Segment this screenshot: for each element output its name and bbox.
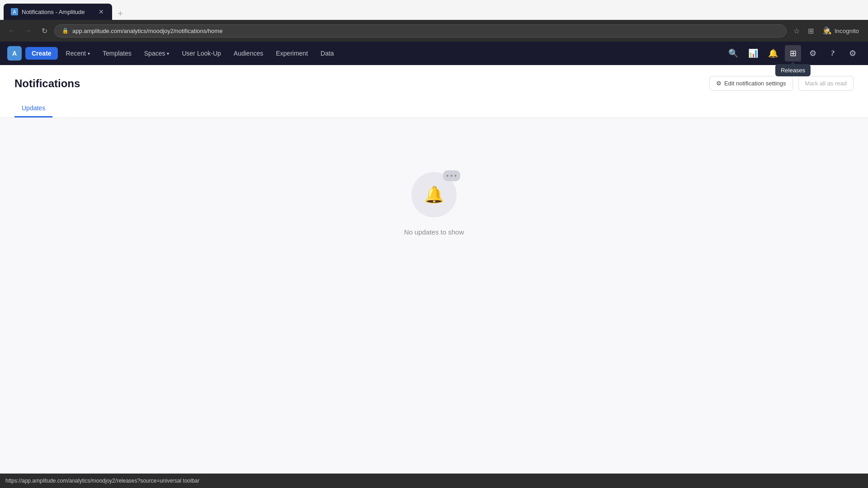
incognito-icon: 🕵 bbox=[823, 26, 832, 35]
nav-item-spaces[interactable]: Spaces ▾ bbox=[140, 47, 174, 60]
browser-chrome: A Notifications - Amplitude ✕ + ← → ↻ 🔒 … bbox=[0, 0, 868, 42]
browser-nav: ← → ↻ 🔒 app.amplitude.com/analytics/mood… bbox=[0, 20, 868, 42]
empty-state-text: No updates to show bbox=[404, 228, 464, 236]
nav-item-templates[interactable]: Templates bbox=[98, 47, 136, 60]
create-button[interactable]: Create bbox=[25, 47, 58, 60]
status-bar: https://app.amplitude.com/analytics/mood… bbox=[0, 474, 868, 488]
page-title-row: Notifications ⚙ Edit notification settin… bbox=[14, 76, 854, 91]
active-tab[interactable]: A Notifications - Amplitude ✕ bbox=[4, 4, 112, 20]
integrations-button[interactable]: ⚙ bbox=[805, 45, 821, 61]
page-title: Notifications bbox=[14, 77, 80, 90]
url-bar[interactable]: 🔒 app.amplitude.com/analytics/moodjoy2/n… bbox=[54, 24, 787, 38]
tab-bar: A Notifications - Amplitude ✕ + bbox=[0, 0, 868, 20]
back-button[interactable]: ← bbox=[5, 24, 18, 37]
top-nav: A Create Recent ▾ Templates Spaces ▾ Use… bbox=[0, 42, 868, 65]
search-icon: 🔍 bbox=[728, 48, 738, 58]
empty-state: 🔔 • • • No updates to show bbox=[0, 118, 868, 290]
page-header: Notifications ⚙ Edit notification settin… bbox=[0, 65, 868, 118]
settings-button[interactable]: ⚙ bbox=[844, 45, 861, 61]
settings-icon: ⚙ bbox=[849, 48, 856, 58]
new-tab-button[interactable]: + bbox=[114, 7, 127, 20]
reload-button[interactable]: ↻ bbox=[38, 24, 51, 37]
app: A Create Recent ▾ Templates Spaces ▾ Use… bbox=[0, 42, 868, 474]
chart-button[interactable]: 📊 bbox=[745, 45, 761, 61]
forward-button[interactable]: → bbox=[22, 24, 34, 37]
tab-close-button[interactable]: ✕ bbox=[98, 8, 105, 15]
nav-item-audiences[interactable]: Audiences bbox=[229, 47, 268, 60]
releases-tooltip-wrapper: ⊞ Releases bbox=[785, 45, 801, 61]
amplitude-logo[interactable]: A bbox=[7, 46, 22, 61]
chevron-down-icon: ▾ bbox=[167, 51, 169, 56]
page-actions: ⚙ Edit notification settings Mark all as… bbox=[709, 76, 854, 91]
mark-all-read-button[interactable]: Mark all as read bbox=[798, 76, 854, 91]
empty-icon-wrapper: 🔔 • • • bbox=[411, 172, 457, 217]
tab-updates[interactable]: Updates bbox=[14, 100, 52, 117]
incognito-button[interactable]: 🕵 Incognito bbox=[819, 24, 863, 37]
url-lock-icon: 🔒 bbox=[62, 28, 69, 34]
status-url: https://app.amplitude.com/analytics/mood… bbox=[5, 478, 199, 484]
releases-button[interactable]: ⊞ bbox=[785, 45, 801, 61]
nav-item-experiment[interactable]: Experiment bbox=[271, 47, 312, 60]
help-button[interactable]: ? bbox=[825, 45, 841, 61]
search-button[interactable]: 🔍 bbox=[725, 45, 741, 61]
releases-icon: ⊞ bbox=[790, 48, 797, 58]
bell-button[interactable]: 🔔 bbox=[765, 45, 781, 61]
nav-item-recent[interactable]: Recent ▾ bbox=[61, 47, 94, 60]
nav-item-user-lookup[interactable]: User Look-Up bbox=[177, 47, 225, 60]
extensions-button[interactable]: ⊞ bbox=[805, 24, 817, 37]
integrations-icon: ⚙ bbox=[809, 48, 816, 58]
bookmark-button[interactable]: ☆ bbox=[790, 24, 803, 37]
incognito-label: Incognito bbox=[835, 28, 859, 34]
nav-item-data[interactable]: Data bbox=[316, 47, 339, 60]
chevron-down-icon: ▾ bbox=[88, 51, 90, 56]
edit-notification-settings-button[interactable]: ⚙ Edit notification settings bbox=[709, 76, 793, 91]
empty-bell-icon: 🔔 bbox=[424, 185, 444, 204]
empty-dots: • • • bbox=[443, 170, 460, 181]
bell-icon: 🔔 bbox=[768, 48, 778, 58]
gear-icon: ⚙ bbox=[716, 80, 722, 87]
url-text: app.amplitude.com/analytics/moodjoy2/not… bbox=[72, 28, 222, 34]
tabs: Updates bbox=[14, 100, 854, 117]
help-icon: ? bbox=[831, 49, 835, 57]
page-content: Notifications ⚙ Edit notification settin… bbox=[0, 65, 868, 474]
nav-actions: ☆ ⊞ 🕵 Incognito bbox=[790, 24, 863, 37]
tab-title: Notifications - Amplitude bbox=[22, 9, 94, 15]
chart-icon: 📊 bbox=[748, 48, 758, 58]
tab-favicon: A bbox=[11, 8, 18, 15]
